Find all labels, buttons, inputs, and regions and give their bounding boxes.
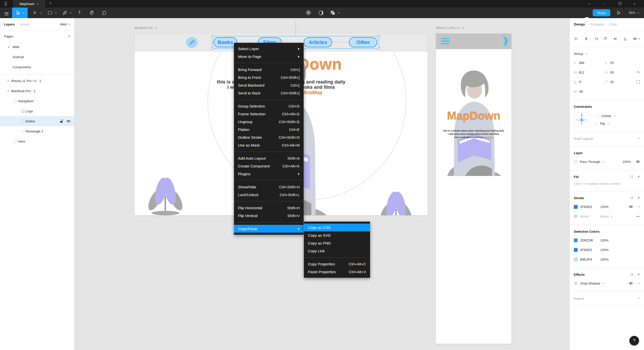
align-vertical-center-icon[interactable] (613, 37, 617, 41)
window-close-icon[interactable]: × (632, 2, 637, 6)
menu-item-move-to-page[interactable]: Move to Page (234, 53, 304, 60)
menu-item-copy-as-png[interactable]: Copy as PNG (304, 239, 370, 247)
menu-item-copy-link[interactable]: Copy Link (304, 247, 370, 255)
boolean-groups-icon[interactable] (329, 8, 337, 18)
menu-item-create-component[interactable]: Create ComponentCtrl+Alt+K (234, 162, 304, 170)
selection-color-row[interactable]: 2D9CDB 100% (574, 235, 640, 245)
comment-tool-button[interactable] (100, 8, 109, 18)
corner-smoothing-input[interactable]: 80 (579, 90, 601, 93)
tab-assets[interactable]: Assets (20, 22, 29, 26)
page-item-web[interactable]: ✓ Web (0, 42, 74, 52)
zoom-level-control[interactable]: 65% (629, 11, 639, 15)
stroke-styles-icon[interactable] (631, 197, 633, 199)
add-page-button[interactable]: + (68, 34, 70, 39)
layer-item-hero[interactable]: Hero (0, 136, 74, 146)
align-right-icon[interactable] (594, 37, 598, 41)
layer-item-navigation[interactable]: Navigation (0, 96, 74, 106)
align-bottom-icon[interactable] (623, 37, 627, 41)
constraints-widget[interactable] (574, 112, 589, 127)
effect-type-dropdown[interactable]: Drop Shadow (580, 282, 600, 285)
mobile-menu-hamburger-icon[interactable] (441, 38, 450, 46)
shape-tool-button[interactable] (45, 8, 54, 18)
width-input[interactable]: 812 (579, 71, 600, 74)
selection-color-row[interactable]: 2F80ED 100% (574, 245, 640, 255)
menu-item-bring-to-front[interactable]: Bring to FrontCtrl+Shift+] (234, 74, 304, 81)
share-button[interactable]: Share (593, 9, 610, 16)
stroke-align-dropdown[interactable]: Mixed (600, 215, 609, 218)
stroke-options-dots-icon[interactable]: ⋯ (636, 215, 640, 218)
main-menu-button[interactable] (3, 8, 10, 18)
menu-item-select-layer[interactable]: Select Layer (234, 45, 304, 53)
resize-handle[interactable] (211, 47, 213, 50)
selection-color-row[interactable]: B9E3F9 100% (574, 255, 640, 264)
present-play-icon[interactable] (617, 11, 621, 15)
x-input[interactable]: 384 (579, 61, 600, 65)
menu-item-send-backward[interactable]: Send BackwardCtrl+[ (234, 81, 304, 89)
frame-label-iphone[interactable]: iPhone 11 Pro / X - 1 (436, 26, 464, 30)
color-swatch[interactable] (574, 248, 578, 252)
color-swatch[interactable] (574, 258, 578, 261)
add-auto-layout-button[interactable]: + (637, 136, 640, 141)
resize-handle[interactable] (378, 47, 380, 50)
layer-item-macbook-frame[interactable]: # MacBook Pro - 1 (0, 86, 74, 96)
tab-close-icon[interactable]: × (37, 2, 39, 6)
menu-item-outline-stroke[interactable]: Outline StrokeCtrl+Shift+O (234, 133, 304, 141)
help-button[interactable]: ? (629, 336, 639, 345)
tab-design[interactable]: Design (574, 22, 585, 26)
menu-item-copy-as-css[interactable]: Copy as CSS (304, 224, 370, 231)
tab-prototype[interactable]: Prototype (590, 22, 604, 26)
tab-code[interactable]: Code (609, 22, 617, 26)
layer-item-iphone-frame[interactable]: # iPhone 11 Pro / X - 1 (0, 76, 74, 86)
stroke-color-swatch[interactable] (574, 205, 578, 209)
align-horizontal-center-icon[interactable] (584, 37, 588, 41)
mobile-moon-icon[interactable] (498, 36, 508, 46)
menu-item-bring-forward[interactable]: Bring ForwardCtrl+] (234, 66, 304, 74)
constrain-proportions-icon[interactable] (636, 71, 640, 74)
window-menu-chevron-icon[interactable] (587, 2, 592, 6)
pen-tool-button[interactable] (60, 8, 69, 18)
align-top-icon[interactable] (603, 37, 608, 41)
menu-item-send-to-back[interactable]: Send to BackCtrl+Shift+[ (234, 89, 304, 97)
move-tool-chevron-icon[interactable] (22, 11, 24, 13)
page-dropdown[interactable]: Web (60, 22, 70, 26)
layer-item-button[interactable]: Button (0, 116, 74, 126)
rotation-input[interactable]: 0° (579, 80, 600, 84)
frame-label-macbook[interactable]: MacBook Pro - 1 (135, 26, 157, 30)
shape-tool-chevron-icon[interactable] (53, 8, 57, 18)
hand-tool-button[interactable] (88, 8, 96, 18)
align-left-icon[interactable] (574, 37, 578, 41)
horizontal-constraint-dropdown[interactable]: ↔ Center (595, 114, 615, 118)
menu-item-plugins[interactable]: Plugins (234, 170, 304, 178)
add-export-button[interactable]: + (637, 296, 640, 301)
resize-handle[interactable] (211, 35, 213, 37)
menu-item-flip-vertical[interactable]: Flip VerticalShift+V (234, 212, 304, 220)
menu-item-copy-paste[interactable]: Copy/Paste (234, 225, 304, 233)
add-effect-button[interactable]: + (637, 272, 640, 277)
effect-visibility-eye-icon[interactable] (629, 282, 633, 285)
color-swatch[interactable] (574, 238, 578, 242)
remove-stroke-icon[interactable]: − (638, 205, 640, 209)
page-item-components[interactable]: Components (0, 62, 74, 72)
menu-item-use-as-mask[interactable]: Use as MaskCtrl+Alt+M (234, 141, 304, 149)
window-minimize-icon[interactable]: − (602, 2, 607, 6)
vertical-constraint-dropdown[interactable]: ↕ Top (595, 121, 615, 125)
menu-item-frame-selection[interactable]: Frame SelectionCtrl+Alt+G (234, 110, 304, 118)
canvas[interactable]: MacBook Pro - 1 iPhone 11 Pro / X - 1 (74, 18, 570, 350)
iphone-frame[interactable]: MapDown this is a website about what I w… (436, 33, 511, 344)
frame-tool-chevron-icon[interactable] (38, 8, 42, 18)
component-icon[interactable] (304, 8, 313, 18)
new-tab-button[interactable]: + (49, 1, 52, 6)
move-tool-button[interactable] (12, 8, 28, 18)
blend-mode-dropdown[interactable]: Pass Through (580, 160, 600, 164)
height-input[interactable]: 50 (610, 71, 632, 74)
remove-effect-icon[interactable]: − (638, 282, 640, 285)
stroke-opacity-input[interactable]: 100% (600, 205, 609, 209)
effect-styles-icon[interactable] (631, 273, 633, 276)
menu-item-add-auto-layout[interactable]: Add Auto LayoutShift+A (234, 154, 304, 162)
corner-radius-input[interactable]: 25 (610, 80, 632, 84)
pen-tool-chevron-icon[interactable] (68, 8, 72, 18)
menu-item-flip-horizontal[interactable]: Flip HorizontalShift+H (234, 204, 304, 212)
stroke-visibility-eye-icon[interactable] (629, 205, 633, 208)
menu-item-flatten[interactable]: FlattenCtrl+E (234, 126, 304, 133)
stroke-hex-input[interactable]: 2F80ED (580, 205, 600, 209)
